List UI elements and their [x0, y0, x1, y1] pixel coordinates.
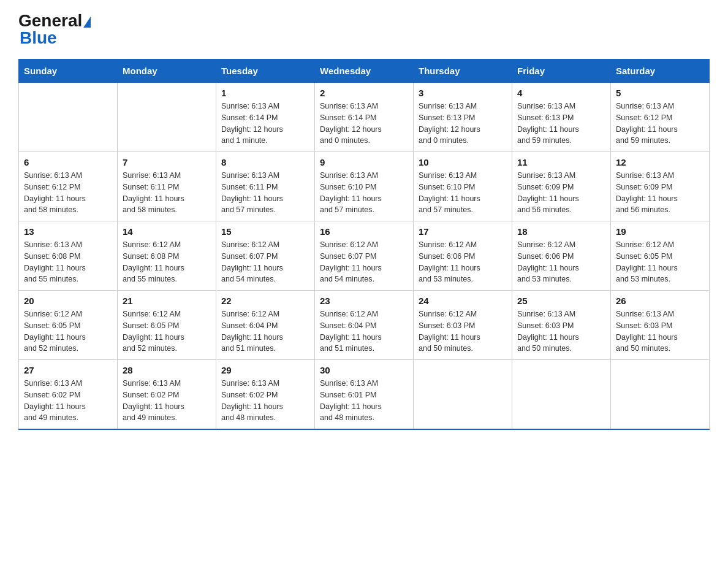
- calendar-cell: 12Sunrise: 6:13 AM Sunset: 6:09 PM Dayli…: [611, 152, 710, 221]
- day-info: Sunrise: 6:13 AM Sunset: 6:12 PM Dayligh…: [616, 101, 704, 147]
- calendar-table: SundayMondayTuesdayWednesdayThursdayFrid…: [18, 59, 710, 430]
- calendar-cell: 2Sunrise: 6:13 AM Sunset: 6:14 PM Daylig…: [315, 83, 414, 152]
- day-number: 3: [419, 88, 507, 98]
- calendar-cell: 21Sunrise: 6:12 AM Sunset: 6:05 PM Dayli…: [118, 291, 216, 360]
- calendar-cell: [414, 360, 512, 430]
- day-number: 1: [221, 88, 309, 98]
- calendar-cell: 27Sunrise: 6:13 AM Sunset: 6:02 PM Dayli…: [19, 360, 118, 430]
- day-number: 19: [616, 226, 704, 237]
- logo: General Blue: [18, 12, 91, 47]
- day-info: Sunrise: 6:12 AM Sunset: 6:06 PM Dayligh…: [419, 239, 507, 285]
- day-number: 30: [320, 365, 408, 375]
- day-info: Sunrise: 6:12 AM Sunset: 6:03 PM Dayligh…: [419, 308, 507, 354]
- logo-arrow-icon: [83, 17, 91, 28]
- day-number: 20: [24, 296, 112, 306]
- day-number: 12: [616, 157, 704, 167]
- calendar-cell: 3Sunrise: 6:13 AM Sunset: 6:13 PM Daylig…: [414, 83, 512, 152]
- calendar-week-row: 13Sunrise: 6:13 AM Sunset: 6:08 PM Dayli…: [19, 221, 710, 291]
- day-info: Sunrise: 6:13 AM Sunset: 6:10 PM Dayligh…: [419, 170, 507, 216]
- calendar-cell: 7Sunrise: 6:13 AM Sunset: 6:11 PM Daylig…: [118, 152, 216, 221]
- calendar-cell: 14Sunrise: 6:12 AM Sunset: 6:08 PM Dayli…: [118, 221, 216, 291]
- calendar-cell: 11Sunrise: 6:13 AM Sunset: 6:09 PM Dayli…: [512, 152, 611, 221]
- calendar-cell: 22Sunrise: 6:12 AM Sunset: 6:04 PM Dayli…: [216, 291, 315, 360]
- day-info: Sunrise: 6:12 AM Sunset: 6:07 PM Dayligh…: [320, 239, 408, 285]
- day-number: 27: [24, 365, 112, 375]
- calendar-cell: 26Sunrise: 6:13 AM Sunset: 6:03 PM Dayli…: [611, 291, 710, 360]
- day-info: Sunrise: 6:13 AM Sunset: 6:02 PM Dayligh…: [123, 378, 211, 424]
- day-info: Sunrise: 6:12 AM Sunset: 6:04 PM Dayligh…: [221, 308, 309, 354]
- day-info: Sunrise: 6:13 AM Sunset: 6:13 PM Dayligh…: [419, 101, 507, 147]
- day-number: 14: [123, 226, 211, 237]
- day-info: Sunrise: 6:13 AM Sunset: 6:08 PM Dayligh…: [24, 239, 112, 285]
- calendar-cell: 13Sunrise: 6:13 AM Sunset: 6:08 PM Dayli…: [19, 221, 118, 291]
- day-info: Sunrise: 6:13 AM Sunset: 6:12 PM Dayligh…: [24, 170, 112, 216]
- weekday-header-sunday: Sunday: [19, 59, 118, 83]
- calendar-cell: 25Sunrise: 6:13 AM Sunset: 6:03 PM Dayli…: [512, 291, 611, 360]
- day-info: Sunrise: 6:13 AM Sunset: 6:13 PM Dayligh…: [517, 101, 605, 147]
- day-number: 11: [517, 157, 605, 167]
- calendar-cell: 5Sunrise: 6:13 AM Sunset: 6:12 PM Daylig…: [611, 83, 710, 152]
- day-number: 22: [221, 296, 309, 306]
- calendar-week-row: 20Sunrise: 6:12 AM Sunset: 6:05 PM Dayli…: [19, 291, 710, 360]
- day-number: 8: [221, 157, 309, 167]
- calendar-cell: [611, 360, 710, 430]
- day-number: 13: [24, 226, 112, 237]
- logo-general: General: [18, 12, 82, 29]
- day-info: Sunrise: 6:13 AM Sunset: 6:09 PM Dayligh…: [616, 170, 704, 216]
- calendar-cell: [512, 360, 611, 430]
- day-number: 23: [320, 296, 408, 306]
- calendar-cell: 6Sunrise: 6:13 AM Sunset: 6:12 PM Daylig…: [19, 152, 118, 221]
- calendar-cell: 28Sunrise: 6:13 AM Sunset: 6:02 PM Dayli…: [118, 360, 216, 430]
- day-info: Sunrise: 6:12 AM Sunset: 6:08 PM Dayligh…: [123, 239, 211, 285]
- day-number: 15: [221, 226, 309, 237]
- day-info: Sunrise: 6:12 AM Sunset: 6:05 PM Dayligh…: [123, 308, 211, 354]
- day-number: 10: [419, 157, 507, 167]
- day-number: 5: [616, 88, 704, 98]
- day-info: Sunrise: 6:13 AM Sunset: 6:03 PM Dayligh…: [517, 308, 605, 354]
- calendar-cell: 1Sunrise: 6:13 AM Sunset: 6:14 PM Daylig…: [216, 83, 315, 152]
- day-info: Sunrise: 6:13 AM Sunset: 6:11 PM Dayligh…: [123, 170, 211, 216]
- page-header: General Blue: [18, 12, 710, 47]
- calendar-cell: 19Sunrise: 6:12 AM Sunset: 6:05 PM Dayli…: [611, 221, 710, 291]
- calendar-cell: 30Sunrise: 6:13 AM Sunset: 6:01 PM Dayli…: [315, 360, 414, 430]
- day-info: Sunrise: 6:13 AM Sunset: 6:02 PM Dayligh…: [221, 378, 309, 424]
- calendar-cell: 23Sunrise: 6:12 AM Sunset: 6:04 PM Dayli…: [315, 291, 414, 360]
- day-number: 21: [123, 296, 211, 306]
- day-info: Sunrise: 6:13 AM Sunset: 6:01 PM Dayligh…: [320, 378, 408, 424]
- day-number: 2: [320, 88, 408, 98]
- day-number: 28: [123, 365, 211, 375]
- calendar-cell: 16Sunrise: 6:12 AM Sunset: 6:07 PM Dayli…: [315, 221, 414, 291]
- calendar-cell: 18Sunrise: 6:12 AM Sunset: 6:06 PM Dayli…: [512, 221, 611, 291]
- day-number: 29: [221, 365, 309, 375]
- day-number: 4: [517, 88, 605, 98]
- day-info: Sunrise: 6:13 AM Sunset: 6:14 PM Dayligh…: [221, 101, 309, 147]
- day-info: Sunrise: 6:13 AM Sunset: 6:02 PM Dayligh…: [24, 378, 112, 424]
- calendar-cell: 17Sunrise: 6:12 AM Sunset: 6:06 PM Dayli…: [414, 221, 512, 291]
- weekday-header-row: SundayMondayTuesdayWednesdayThursdayFrid…: [19, 59, 710, 83]
- day-number: 9: [320, 157, 408, 167]
- day-info: Sunrise: 6:12 AM Sunset: 6:07 PM Dayligh…: [221, 239, 309, 285]
- day-number: 18: [517, 226, 605, 237]
- calendar-cell: 10Sunrise: 6:13 AM Sunset: 6:10 PM Dayli…: [414, 152, 512, 221]
- calendar-cell: [19, 83, 118, 152]
- day-info: Sunrise: 6:13 AM Sunset: 6:14 PM Dayligh…: [320, 101, 408, 147]
- day-number: 6: [24, 157, 112, 167]
- day-info: Sunrise: 6:13 AM Sunset: 6:10 PM Dayligh…: [320, 170, 408, 216]
- day-info: Sunrise: 6:12 AM Sunset: 6:04 PM Dayligh…: [320, 308, 408, 354]
- calendar-cell: 15Sunrise: 6:12 AM Sunset: 6:07 PM Dayli…: [216, 221, 315, 291]
- calendar-week-row: 1Sunrise: 6:13 AM Sunset: 6:14 PM Daylig…: [19, 83, 710, 152]
- weekday-header-thursday: Thursday: [414, 59, 512, 83]
- weekday-header-wednesday: Wednesday: [315, 59, 414, 83]
- calendar-week-row: 27Sunrise: 6:13 AM Sunset: 6:02 PM Dayli…: [19, 360, 710, 430]
- logo-blue: Blue: [20, 28, 57, 47]
- weekday-header-saturday: Saturday: [611, 59, 710, 83]
- calendar-week-row: 6Sunrise: 6:13 AM Sunset: 6:12 PM Daylig…: [19, 152, 710, 221]
- weekday-header-monday: Monday: [118, 59, 216, 83]
- calendar-cell: 20Sunrise: 6:12 AM Sunset: 6:05 PM Dayli…: [19, 291, 118, 360]
- day-info: Sunrise: 6:13 AM Sunset: 6:09 PM Dayligh…: [517, 170, 605, 216]
- day-info: Sunrise: 6:12 AM Sunset: 6:06 PM Dayligh…: [517, 239, 605, 285]
- day-number: 24: [419, 296, 507, 306]
- weekday-header-tuesday: Tuesday: [216, 59, 315, 83]
- calendar-cell: [118, 83, 216, 152]
- day-info: Sunrise: 6:13 AM Sunset: 6:03 PM Dayligh…: [616, 308, 704, 354]
